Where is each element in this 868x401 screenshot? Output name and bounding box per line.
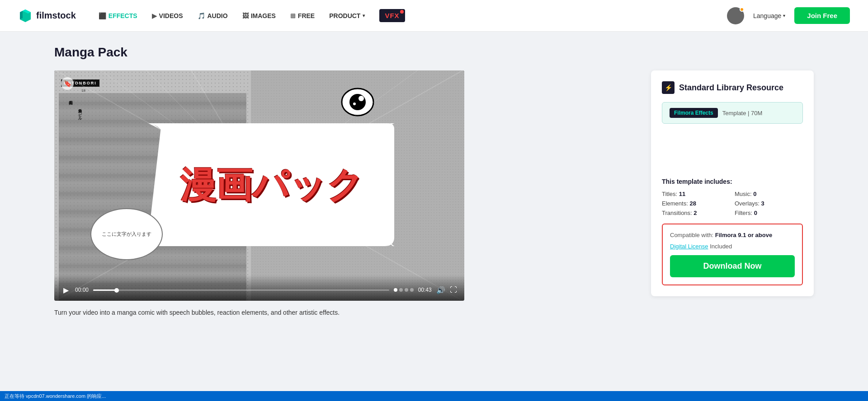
svg-point-4 xyxy=(349,94,366,110)
chapter-dot-1 xyxy=(394,288,397,292)
nav-videos[interactable]: ▶ VIDEOS xyxy=(152,12,183,19)
time-total: 00:43 xyxy=(418,287,432,293)
description: Turn your video into a manga comic with … xyxy=(54,308,637,317)
page-content: Manga Pack DOTONBORI xyxy=(0,32,868,331)
progress-bar[interactable] xyxy=(93,289,389,291)
filmora-effects-tag: Filmora Effects xyxy=(670,108,718,118)
compatible-text: Compatible with: Filmora 9.1 or above xyxy=(670,232,795,238)
header-right: Language ▾ Join Free xyxy=(727,7,850,24)
images-icon: 🖼 xyxy=(242,12,249,19)
main-layout: DOTONBORI 兵衛 和第ニビル 18 xyxy=(54,70,814,317)
includes-music: Music: 0 xyxy=(735,191,803,197)
resource-card: ⚡ Standard Library Resource Filmora Effe… xyxy=(651,70,814,296)
play-button[interactable]: ▶ xyxy=(61,284,71,296)
spacer xyxy=(662,133,803,178)
compatible-box: Compatible with: Filmora 9.1 or above Di… xyxy=(662,224,803,285)
main-nav: ⬛ EFFECTS ▶ VIDEOS 🎵 AUDIO 🖼 IMAGES ⊞ FR… xyxy=(99,9,727,22)
side-panel: ⚡ Standard Library Resource Filmora Effe… xyxy=(651,70,814,296)
nav-free[interactable]: ⊞ FREE xyxy=(290,12,315,19)
download-now-button[interactable]: Download Now xyxy=(670,255,795,277)
svg-point-6 xyxy=(353,103,356,105)
includes-elements: Elements: 28 xyxy=(662,200,730,207)
svg-point-5 xyxy=(359,96,364,101)
status-text: 正在等待 vpcdn07.wondershare.com 的响应... xyxy=(5,393,106,400)
notification-dot xyxy=(740,7,744,12)
audio-icon: 🎵 xyxy=(198,12,205,19)
bookmark-icon[interactable]: 🔖 xyxy=(61,77,74,90)
video-preview: DOTONBORI 兵衛 和第ニビル 18 xyxy=(54,70,464,301)
chapter-dots xyxy=(394,288,414,292)
page-title: Manga Pack xyxy=(54,45,814,60)
includes-filters: Filters: 0 xyxy=(735,210,803,216)
fullscreen-button[interactable]: ⛶ xyxy=(450,286,457,294)
video-controls: ▶ 00:00 00:43 xyxy=(54,275,464,301)
volume-button[interactable]: 🔊 xyxy=(436,286,445,294)
chapter-dot-2 xyxy=(399,288,403,292)
video-container: DOTONBORI 兵衛 和第ニビル 18 xyxy=(54,70,464,301)
avatar[interactable] xyxy=(727,7,744,24)
includes-grid: Titles: 11 Music: 0 Elements: 28 Overlay… xyxy=(662,191,803,216)
manga-title-text: 漫画パック xyxy=(180,161,363,210)
license-row: Digital License Included xyxy=(670,243,795,250)
logo-text: filmstock xyxy=(36,10,76,21)
includes-section: This template includes: Titles: 11 Music… xyxy=(662,178,803,216)
includes-title: This template includes: xyxy=(662,178,803,185)
svg-marker-2 xyxy=(20,11,23,19)
join-free-button[interactable]: Join Free xyxy=(794,7,850,24)
video-panel: DOTONBORI 兵衛 和第ニビル 18 xyxy=(54,70,637,317)
nav-images[interactable]: 🖼 IMAGES xyxy=(242,12,276,19)
effects-icon: ⬛ xyxy=(99,12,106,19)
videos-icon: ▶ xyxy=(152,12,157,19)
nav-effects[interactable]: ⬛ EFFECTS xyxy=(99,12,137,19)
chevron-down-icon: ▾ xyxy=(783,13,785,18)
time-current: 00:00 xyxy=(75,287,89,293)
progress-dot xyxy=(114,288,119,293)
progress-fill xyxy=(93,289,117,291)
resource-header: ⚡ Standard Library Resource xyxy=(662,81,803,94)
includes-titles: Titles: 11 xyxy=(662,191,730,197)
nav-audio[interactable]: 🎵 AUDIO xyxy=(198,12,228,19)
includes-overlays: Overlays: 3 xyxy=(735,200,803,207)
language-button[interactable]: Language ▾ xyxy=(753,12,785,19)
chapter-dot-4 xyxy=(410,288,414,292)
speech-bubble-small: ここに文字が入ります xyxy=(90,208,163,260)
template-info: Template | 70M xyxy=(722,110,763,117)
free-icon: ⊞ xyxy=(290,12,296,19)
resource-title: Standard Library Resource xyxy=(679,83,783,93)
manga-eye xyxy=(340,84,376,120)
digital-license-link[interactable]: Digital License xyxy=(670,243,708,250)
logo-icon xyxy=(18,9,33,23)
chevron-down-icon: ▾ xyxy=(363,13,365,18)
logo[interactable]: filmstock xyxy=(18,9,76,23)
includes-transitions: Transitions: 2 xyxy=(662,210,730,216)
template-tag-container: Filmora Effects Template | 70M xyxy=(662,102,803,124)
resource-icon: ⚡ xyxy=(662,81,675,94)
header: filmstock ⬛ EFFECTS ▶ VIDEOS 🎵 AUDIO 🖼 I… xyxy=(0,0,868,32)
chapter-dot-3 xyxy=(405,288,408,292)
status-bar: 正在等待 vpcdn07.wondershare.com 的响应... xyxy=(0,391,868,401)
vfx-badge[interactable]: VFX xyxy=(379,9,405,22)
nav-product[interactable]: PRODUCT ▾ xyxy=(329,12,365,19)
